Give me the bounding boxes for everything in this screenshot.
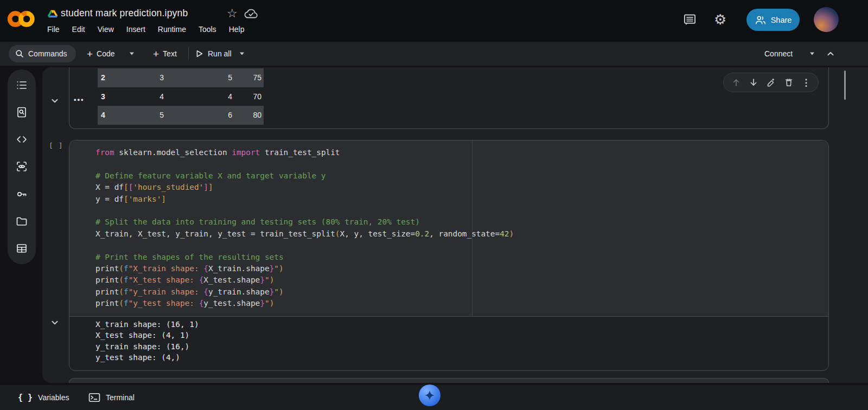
- edit-with-ai-icon[interactable]: [765, 77, 776, 88]
- account-avatar[interactable]: [814, 7, 839, 32]
- plus-icon: +: [153, 49, 159, 59]
- add-text-button[interactable]: + Text: [153, 45, 177, 62]
- drive-icon: [47, 9, 59, 21]
- colab-logo-icon[interactable]: [8, 7, 35, 31]
- find-and-replace-icon[interactable]: [15, 106, 28, 119]
- dataframe-cell: 5: [112, 111, 164, 119]
- code-line: [95, 158, 514, 170]
- star-icon[interactable]: ☆: [227, 7, 238, 21]
- cell-output-area: X_train shape: (16, 1)X_test shape: (4, …: [69, 317, 828, 371]
- dataframe-cell: 4: [164, 92, 232, 101]
- play-icon: [194, 49, 204, 59]
- run-all-button[interactable]: Run all: [194, 45, 232, 62]
- toolbar-divider: [188, 47, 189, 60]
- delete-cell-icon[interactable]: [784, 78, 794, 87]
- dataframe-table: 235753447045680: [98, 68, 264, 125]
- terminal-icon: [88, 393, 100, 402]
- code-line: # Print the shapes of the resulting sets: [95, 252, 514, 263]
- dataframe-cell: 5: [164, 73, 232, 82]
- collapse-output-chevron[interactable]: [50, 96, 60, 106]
- code-snippets-icon[interactable]: [15, 133, 28, 146]
- code-editor[interactable]: from sklearn.model_selection import trai…: [69, 140, 828, 317]
- code-line: print(f"X_test shape: {X_test.shape}"): [95, 274, 514, 286]
- menu-bar: FileEditViewInsertRuntimeToolsHelp: [47, 25, 244, 34]
- commands-label: Commands: [28, 49, 67, 58]
- output-line: X_test shape: (4, 1): [95, 330, 199, 341]
- dataframe-cell: 6: [164, 111, 232, 119]
- dataframe-cell: 70: [232, 92, 264, 101]
- output-line: y_test shape: (4,): [95, 352, 199, 363]
- connect-button[interactable]: Connect: [764, 45, 793, 62]
- next-cell-partial: [69, 378, 829, 383]
- menu-item-help[interactable]: Help: [229, 25, 245, 34]
- commands-button[interactable]: Commands: [9, 45, 76, 62]
- secrets-key-icon[interactable]: [15, 188, 28, 201]
- code-line: print(f"y_test shape: {y_test.shape}"): [95, 298, 514, 309]
- code-braces-icon: { }: [18, 393, 33, 402]
- gemini-spark-icon: [423, 388, 437, 402]
- menu-item-insert[interactable]: Insert: [126, 25, 145, 34]
- share-button[interactable]: Share: [746, 9, 800, 31]
- cloud-done-icon[interactable]: [244, 8, 258, 19]
- code-line: X_train, X_test, y_train, y_test = train…: [95, 228, 514, 240]
- collapse-output-chevron[interactable]: [50, 318, 60, 328]
- dataframe-cell: 80: [232, 111, 264, 119]
- menu-item-tools[interactable]: Tools: [199, 25, 216, 34]
- code-line: # Define feature variable X and target v…: [95, 170, 514, 182]
- notebook-toolbar: Commands + Code + Text Run all Connect: [0, 42, 868, 66]
- variables-button[interactable]: { } Variables: [18, 385, 69, 410]
- move-cell-down-icon[interactable]: [749, 78, 758, 87]
- left-sidebar: [8, 69, 36, 264]
- share-label: Share: [771, 16, 792, 24]
- dataframe-index: 3: [98, 92, 112, 101]
- dataframe-index: 4: [98, 111, 112, 119]
- more-options-dots[interactable]: •••: [74, 95, 85, 104]
- code-line: # Split the data into training and testi…: [95, 216, 514, 228]
- menu-item-view[interactable]: View: [98, 25, 114, 34]
- plus-icon: +: [87, 49, 93, 59]
- dataframe-cell: 4: [112, 92, 164, 101]
- vertical-scrollbar[interactable]: [844, 71, 846, 100]
- menu-item-edit[interactable]: Edit: [72, 25, 85, 34]
- comments-icon[interactable]: [682, 12, 697, 27]
- notebook-title[interactable]: student mark prediction.ipynb: [61, 8, 188, 19]
- code-line: print(f"X_train shape: {X_train.shape}"): [95, 263, 514, 274]
- output-text: X_train shape: (16, 1)X_test shape: (4, …: [95, 319, 199, 363]
- dataframe-row: 23575: [98, 68, 264, 87]
- code-content: from sklearn.model_selection import trai…: [95, 147, 514, 310]
- collapse-header-chevron[interactable]: [826, 49, 835, 59]
- code-line: [95, 240, 514, 251]
- table-of-contents-icon[interactable]: [15, 79, 28, 92]
- app-header: student mark prediction.ipynb ☆ FileEdit…: [0, 0, 868, 42]
- run-all-caret[interactable]: [239, 52, 245, 55]
- code-line: y = df['marks']: [95, 194, 514, 205]
- add-code-caret[interactable]: [129, 52, 135, 55]
- menu-item-file[interactable]: File: [47, 25, 60, 34]
- gemini-spark-button[interactable]: [419, 385, 441, 406]
- terminal-button[interactable]: Terminal: [88, 385, 135, 410]
- move-cell-up-icon[interactable]: [731, 78, 741, 87]
- dataframe-row: 34470: [98, 87, 264, 106]
- execution-indicator[interactable]: [ ]: [49, 142, 63, 150]
- settings-gear-icon[interactable]: ⚙: [714, 11, 726, 28]
- search-icon: [15, 49, 24, 58]
- add-code-button[interactable]: + Code: [87, 45, 115, 62]
- menu-item-runtime[interactable]: Runtime: [158, 25, 186, 34]
- code-cell[interactable]: from sklearn.model_selection import trai…: [69, 140, 829, 371]
- more-options-icon[interactable]: ⋮: [801, 78, 810, 87]
- dataframe-cell: 3: [112, 73, 164, 82]
- code-line: [95, 205, 514, 216]
- dataframe-cell: 75: [232, 73, 264, 82]
- output-line: X_train shape: (16, 1): [95, 319, 199, 330]
- code-line: from sklearn.model_selection import trai…: [95, 147, 514, 158]
- connect-caret[interactable]: [809, 52, 815, 55]
- ai-data-scan-icon[interactable]: [15, 160, 28, 173]
- code-line: print(f"y_train shape: {y_train.shape}"): [95, 286, 514, 298]
- dataframe-output-cell: 235753447045680: [69, 67, 829, 129]
- dataframe-index: 2: [98, 73, 112, 82]
- code-line: X = df[['hours_studied']]: [95, 182, 514, 193]
- cell-toolbar: ⋮: [723, 73, 819, 92]
- files-folder-icon[interactable]: [15, 215, 28, 228]
- data-table-icon[interactable]: [15, 242, 28, 255]
- output-line: y_train shape: (16,): [95, 341, 199, 352]
